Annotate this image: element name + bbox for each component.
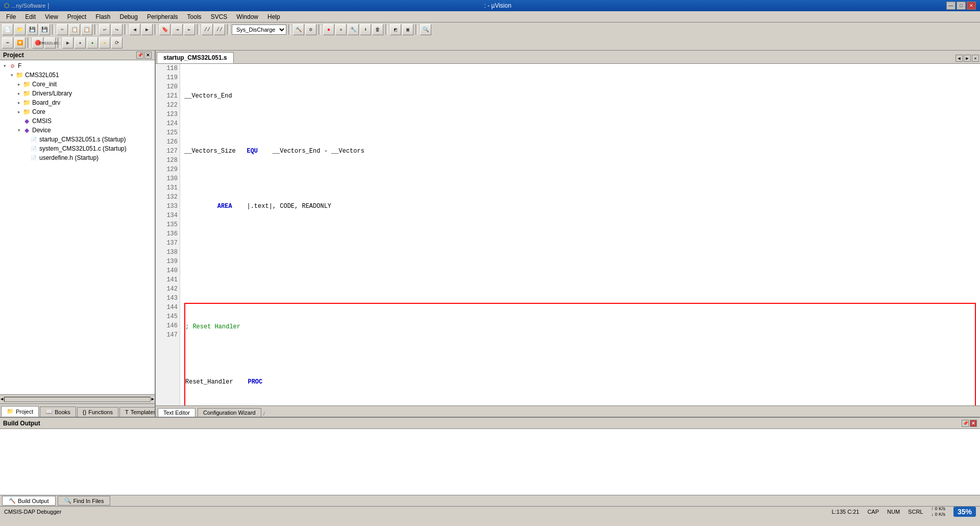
tb-comment[interactable]: //	[202, 24, 213, 35]
menu-file[interactable]: File	[2, 12, 20, 21]
tb-indent[interactable]: ⇥	[172, 24, 183, 35]
main-area: Project 📌 ✕ ▾ ⚙ F ▾ 📁 CMS32L051	[0, 51, 980, 417]
tree-scroll-left[interactable]: ◀	[1, 396, 3, 402]
menu-flash[interactable]: Flash	[91, 12, 114, 21]
tb-forward[interactable]: ▶	[141, 24, 153, 35]
tb2-6[interactable]: ✦	[75, 37, 86, 49]
tree-item-cmsis[interactable]: ▸ ◆ CMSIS	[1, 116, 154, 126]
code-line-124	[184, 257, 976, 266]
ebtab-text-editor[interactable]: Text Editor	[158, 408, 195, 417]
tb2-7[interactable]: ✦	[87, 37, 98, 49]
tb-open[interactable]: 📁	[14, 24, 26, 35]
ptab-books[interactable]: 📖 Books	[40, 407, 76, 417]
ptab-templates[interactable]: T Templates	[119, 407, 156, 417]
ln-128: 128	[158, 156, 178, 165]
ptab-project[interactable]: 📁 Project	[1, 406, 39, 417]
ln-142: 142	[158, 284, 178, 294]
tb2-2[interactable]: 🔽	[14, 37, 26, 49]
editor-tab-startup[interactable]: startup_CMS32L051.s	[157, 52, 234, 63]
tb-redo[interactable]: ↪	[111, 24, 122, 35]
ln-119: 119	[158, 73, 178, 82]
tb-paste[interactable]: 📋	[81, 24, 92, 35]
tree-item-core[interactable]: ▸ 📁 Core	[1, 107, 154, 116]
tb-cut[interactable]: ✂	[57, 24, 68, 35]
tb-save-all[interactable]: 💾	[39, 24, 50, 35]
tree-item-cms32[interactable]: ▾ 📁 CMS32L051	[1, 70, 154, 80]
tb-build-all[interactable]: ⚙	[305, 24, 316, 35]
menu-help[interactable]: Help	[263, 12, 284, 21]
tb-bookmark[interactable]: 🔖	[159, 24, 170, 35]
tree-toggle-board[interactable]: ▸	[15, 100, 22, 105]
code-content[interactable]: __Vectors_End __Vectors_Size EQU __Vecto…	[180, 64, 980, 405]
tree-item-drivers[interactable]: ▸ 📁 Drivers/Library	[1, 89, 154, 98]
ebtab-config-wizard[interactable]: Configuration Wizard	[198, 408, 261, 417]
tb-debug-stop[interactable]: ●	[335, 24, 347, 35]
tb-erase[interactable]: 🗑	[372, 24, 383, 35]
tb2-1[interactable]: ⬅	[2, 37, 13, 49]
code-editor[interactable]: 118 119 120 121 122 123 124 125 126 127 …	[156, 64, 980, 405]
ln-122: 122	[158, 101, 178, 110]
tb-window[interactable]: ▣	[402, 24, 413, 35]
botab-find-files[interactable]: 🔍 Find In Files	[58, 496, 111, 506]
tb-options[interactable]: ◩	[390, 24, 401, 35]
ln-123: 123	[158, 110, 178, 119]
ln-137: 137	[158, 238, 178, 248]
tree-item-core-init[interactable]: ▸ 📁 Core_init	[1, 80, 154, 89]
build-output-close[interactable]: ✕	[970, 420, 977, 427]
menu-debug[interactable]: Debug	[116, 12, 142, 21]
editor-close[interactable]: ✕	[972, 55, 979, 62]
tb2-8[interactable]: ✦	[99, 37, 110, 49]
tb-uncomment[interactable]: //	[214, 24, 225, 35]
tb-undo[interactable]: ↩	[99, 24, 110, 35]
panel-pin-button[interactable]: 📌	[136, 52, 143, 59]
target-combo[interactable]: Sys_DisCharge	[232, 25, 286, 35]
editor-bottom-tabs: Text Editor Configuration Wizard /	[156, 405, 980, 417]
tb-new[interactable]: 📄	[2, 24, 13, 35]
tb-back[interactable]: ◀	[129, 24, 140, 35]
menu-view[interactable]: View	[41, 12, 62, 21]
tree-item-root[interactable]: ▾ ⚙ F	[1, 61, 154, 70]
root-icon: ⚙	[8, 62, 16, 70]
tb-copy[interactable]: 📋	[69, 24, 80, 35]
menu-window[interactable]: Window	[232, 12, 262, 21]
tb2-5[interactable]: ▶	[62, 37, 74, 49]
tree-toggle-cms32[interactable]: ▾	[8, 73, 15, 78]
tree-item-userdefine[interactable]: ▸ 📄 userdefine.h (Startup)	[1, 153, 154, 162]
ptab-functions[interactable]: {} Functions	[77, 407, 118, 417]
tb-outdent[interactable]: ⇤	[184, 24, 195, 35]
menu-edit[interactable]: Edit	[21, 12, 40, 21]
menu-svcs[interactable]: SVCS	[207, 12, 232, 21]
botab-build-output[interactable]: 🔨 Build Output	[2, 496, 56, 506]
tree-item-device[interactable]: ▾ ◆ Device	[1, 126, 154, 135]
build-output-pin[interactable]: 📌	[962, 420, 969, 427]
tree-scroll-right[interactable]: ▶	[152, 396, 154, 402]
tb-settings[interactable]: 🔧	[348, 24, 359, 35]
tb2-9[interactable]: ⟳	[111, 37, 122, 49]
menu-project[interactable]: Project	[63, 12, 90, 21]
tb-debug-start[interactable]: ●	[323, 24, 334, 35]
tree-toggle-drivers[interactable]: ▸	[15, 91, 22, 96]
minimize-button[interactable]: —	[946, 2, 955, 10]
editor-nav-right[interactable]: ▶	[964, 55, 971, 62]
tree-toggle-root[interactable]: ▾	[1, 63, 8, 68]
tb-save[interactable]: 💾	[27, 24, 38, 35]
status-speed-up: ↑ 0 K/s	[931, 506, 945, 512]
tree-item-board[interactable]: ▸ 📁 Board_drv	[1, 98, 154, 107]
tree-toggle-core[interactable]: ▸	[15, 109, 22, 114]
tree-toggle-device[interactable]: ▾	[15, 128, 22, 133]
app-icon: ⬡	[4, 2, 9, 9]
menu-peripherals[interactable]: Peripherals	[143, 12, 182, 21]
tree-item-system[interactable]: ▸ 📄 system_CMS32L051.c (Startup)	[1, 144, 154, 153]
tb-build[interactable]: 🔨	[293, 24, 304, 35]
code-line-119	[184, 119, 976, 128]
close-button[interactable]: ✕	[967, 2, 976, 10]
tb-search[interactable]: 🔍	[420, 24, 431, 35]
editor-nav-left[interactable]: ◀	[955, 55, 963, 62]
tb2-4[interactable]: CMS32L051	[44, 37, 56, 49]
menu-tools[interactable]: Tools	[183, 12, 206, 21]
tree-toggle-core-init[interactable]: ▸	[15, 82, 22, 87]
tb-download[interactable]: ⬇	[360, 24, 371, 35]
maximize-button[interactable]: □	[957, 2, 966, 10]
panel-close-button[interactable]: ✕	[144, 52, 152, 59]
tree-item-startup[interactable]: ▸ 📄 startup_CMS32L051.s (Startup)	[1, 135, 154, 144]
